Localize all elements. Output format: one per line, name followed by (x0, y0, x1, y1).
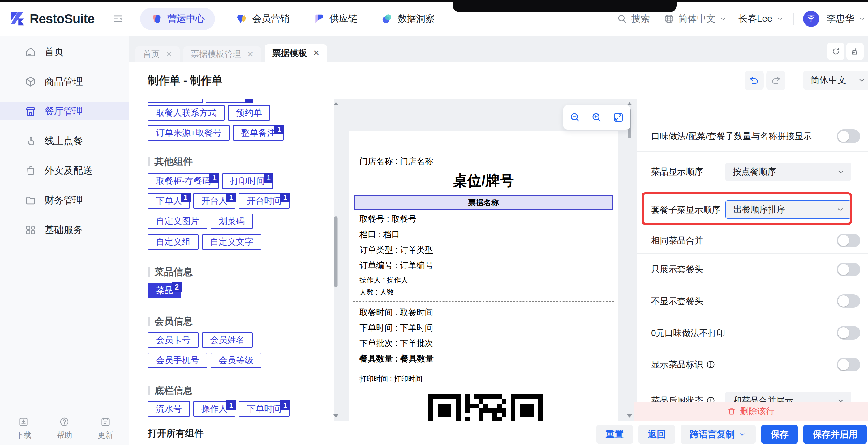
clipped-component-button[interactable] (148, 99, 203, 103)
component-button-label: 订单来源+取餐号 (156, 127, 221, 139)
store-switcher[interactable]: 长春Lee (738, 12, 784, 25)
receipt-table-title[interactable]: 桌位/牌号 (360, 171, 608, 191)
component-button[interactable]: 会员姓名 (202, 332, 253, 348)
redo-button[interactable] (766, 71, 785, 90)
toggle-switch-off[interactable] (837, 326, 860, 340)
receipt-field[interactable]: 订单编号 : 订单编号 (360, 260, 608, 271)
component-button[interactable]: 开台时间1 (239, 193, 289, 209)
component-button[interactable]: 订单来源+取餐号 (148, 125, 229, 141)
receipt-field[interactable]: 订单类型 : 订单类型 (360, 244, 608, 255)
scroll-up-icon[interactable] (334, 102, 338, 105)
sidebar-footer-item[interactable]: 下载 (16, 417, 31, 440)
scroll-down-icon[interactable] (334, 414, 338, 418)
component-button[interactable]: 会员手机号 (148, 353, 207, 368)
toggle-switch-off[interactable] (837, 130, 860, 143)
tab-close-icon[interactable]: ✕ (313, 49, 319, 57)
receipt-qr-code[interactable] (428, 394, 543, 421)
sidebar-item[interactable]: 商品管理 (0, 73, 129, 91)
secondary-button[interactable]: 重置 (596, 424, 633, 444)
template-language-select[interactable]: 简体中文 (803, 71, 868, 90)
component-button[interactable]: 开台人1 (193, 193, 236, 209)
component-panel-scrollbar[interactable] (334, 99, 338, 421)
receipt-field[interactable]: 操作人 : 操作人 (360, 275, 608, 285)
component-button[interactable]: 整单备注1 (233, 125, 284, 141)
sidebar-item[interactable]: 财务管理 (0, 191, 129, 209)
component-row: 会员手机号会员等级 (148, 353, 334, 368)
toggle-switch-off[interactable] (837, 234, 860, 247)
tab[interactable]: 首页✕ (135, 46, 180, 62)
component-button[interactable]: 下单时间1 (239, 401, 289, 417)
component-button[interactable]: 下单人1 (148, 193, 190, 209)
preview-scrollbar[interactable] (627, 99, 632, 421)
user-menu[interactable]: 李 李忠华 (803, 11, 866, 27)
component-button[interactable]: 会员卡号 (148, 332, 198, 348)
delete-row-button[interactable]: 删除该行 (633, 402, 868, 421)
receipt-field[interactable]: 人数 : 人数 (360, 287, 608, 297)
sidebar-item[interactable]: 基础服务 (0, 221, 129, 239)
component-button[interactable]: 预约单 (228, 105, 270, 121)
sidebar-footer-item[interactable]: 帮助 (57, 417, 72, 440)
nav-item[interactable]: 营运中心 (140, 8, 215, 30)
global-search[interactable]: 搜索 (617, 12, 650, 25)
component-button[interactable]: 取餐柜-存餐码1 (148, 173, 219, 189)
clear-tabs-button[interactable] (846, 43, 864, 60)
receipt-field[interactable]: 下单批次 : 下单批次 (360, 338, 608, 349)
component-button[interactable]: 菜品2 (148, 283, 181, 298)
receipt-name-band[interactable]: 票据名称 (354, 195, 613, 210)
receipt-field[interactable]: 档口 : 档口 (360, 229, 608, 240)
receipt-field[interactable]: 餐具数量 : 餐具数量 (360, 353, 608, 364)
secondary-button[interactable]: 返回 (639, 424, 675, 444)
nav-item[interactable]: 会员营销 (232, 8, 292, 30)
sidebar-collapse-icon[interactable] (112, 13, 124, 25)
component-button[interactable]: 划菜码 (211, 213, 253, 229)
tab-close-icon[interactable]: ✕ (166, 50, 172, 58)
component-button-label: 划菜码 (219, 215, 245, 227)
component-button-label: 自定义图片 (156, 215, 199, 227)
component-button[interactable]: 自定义文字 (202, 234, 261, 250)
component-button[interactable]: 自定义组 (148, 234, 198, 250)
settings-row: 菜品显示顺序按点餐顺序 (637, 152, 868, 192)
receipt-field[interactable]: 门店名称 : 门店名称 (360, 156, 608, 167)
sidebar-item[interactable]: 首页 (0, 43, 129, 61)
tab[interactable]: 票据模板管理✕ (183, 46, 261, 62)
sidebar-item[interactable]: 线上点餐 (0, 132, 129, 150)
clipped-component-button[interactable] (206, 99, 253, 103)
open-all-components-button[interactable]: 打开所有组件 (148, 427, 204, 440)
primary-button[interactable]: 保存并启用 (803, 424, 867, 444)
scrollbar-thumb[interactable] (334, 216, 338, 287)
toggle-switch-off[interactable] (837, 294, 860, 308)
component-button[interactable]: 打印时间1 (222, 173, 273, 189)
component-button[interactable]: 自定义图片 (148, 213, 207, 229)
receipt-field[interactable]: 下单时间 : 下单时间 (360, 322, 608, 334)
sidebar-footer-item[interactable]: 更新 (98, 417, 113, 440)
component-button[interactable]: 操作人1 (193, 401, 236, 417)
dropdown-select[interactable]: 出餐顺序排序 (725, 200, 851, 219)
receipt-field[interactable]: 打印时间 : 打印时间 (360, 374, 608, 384)
language-switcher[interactable]: 简体中文 (663, 12, 727, 25)
nav-item[interactable]: 供应链 (310, 8, 361, 30)
tab[interactable]: 票据模板✕ (265, 44, 327, 62)
zoom-out-icon[interactable] (569, 111, 581, 123)
dropdown-select[interactable]: 按点餐顺序 (725, 163, 851, 181)
sidebar-item[interactable]: 外卖及配送 (0, 162, 129, 179)
component-button[interactable]: 流水号 (148, 401, 190, 417)
chevron-down-icon (836, 205, 845, 214)
component-button[interactable]: 会员等级 (211, 353, 261, 368)
secondary-button[interactable]: 跨语言复制 (681, 424, 756, 444)
component-button[interactable]: 取餐人联系方式 (148, 105, 224, 121)
toggle-switch-off[interactable] (837, 263, 860, 276)
sidebar-item[interactable]: 餐厅管理 (0, 102, 129, 120)
receipt-field[interactable]: 取餐时间 : 取餐时间 (360, 307, 608, 318)
nav-item[interactable]: 数据洞察 (378, 8, 438, 30)
scroll-down-icon[interactable] (627, 414, 632, 418)
scroll-up-icon[interactable] (627, 102, 632, 105)
refresh-button[interactable] (827, 43, 844, 60)
primary-button[interactable]: 保存 (761, 424, 798, 444)
receipt-field[interactable]: 取餐号 : 取餐号 (360, 213, 608, 225)
app-logo[interactable]: RestoSuite (9, 11, 94, 27)
undo-button[interactable] (745, 71, 764, 90)
toggle-switch-off[interactable] (837, 358, 860, 372)
tab-close-icon[interactable]: ✕ (247, 50, 254, 58)
zoom-in-icon[interactable] (591, 111, 602, 123)
fullscreen-icon[interactable] (613, 111, 624, 123)
